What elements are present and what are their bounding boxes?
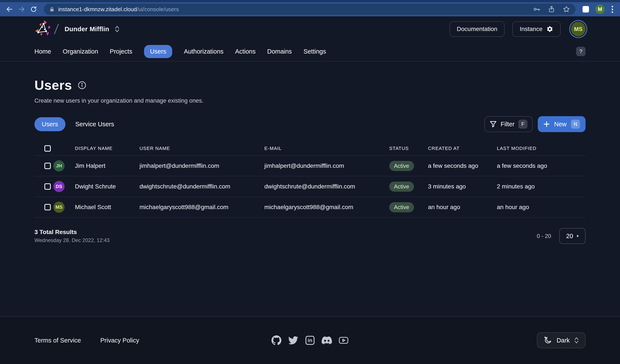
breadcrumb-slash	[54, 24, 59, 34]
moon-icon	[543, 336, 552, 345]
status-badge: Active	[389, 202, 414, 212]
github-icon[interactable]	[271, 335, 281, 346]
results-timestamp: Wednesday 28. Dec 2022, 12:43	[34, 237, 109, 243]
tab-users[interactable]: Users	[34, 117, 65, 131]
page-title: Users	[34, 77, 72, 93]
org-switcher[interactable]: Dunder Mifflin	[64, 25, 120, 33]
status-badge: Active	[389, 161, 414, 171]
nav-item-domains[interactable]: Domains	[267, 48, 292, 55]
linkedin-icon[interactable]: in	[305, 335, 315, 346]
url-text: instance1-dkmnzw.zitadel.cloud/ui/consol…	[58, 6, 529, 13]
email: dwightschrute@dundermifflin.com	[263, 183, 388, 190]
nav-item-organization[interactable]: Organization	[63, 48, 98, 55]
privacy-link[interactable]: Privacy Policy	[100, 337, 139, 344]
filter-funnel-icon	[490, 121, 497, 128]
table-header-row: DISPLAY NAME USER NAME E-MAIL STATUS CRE…	[34, 142, 586, 156]
org-name: Dunder Mifflin	[64, 25, 109, 33]
created-at: 3 minutes ago	[426, 183, 495, 190]
nav-item-users[interactable]: Users	[144, 45, 172, 58]
social-links: in	[271, 335, 349, 346]
col-status: STATUS	[388, 146, 426, 151]
new-shortcut-badge: N	[571, 120, 580, 129]
filter-button[interactable]: Filter F	[484, 116, 533, 132]
last-modified: a few seconds ago	[495, 162, 586, 169]
zitadel-logo[interactable]	[34, 20, 53, 39]
paginator: 0 - 20 20 ▾	[537, 228, 586, 244]
user-name: jimhalpert@dundermifflin.com	[138, 162, 263, 169]
help-button[interactable]: ?	[576, 47, 586, 56]
user-avatar[interactable]: MS	[571, 22, 586, 36]
browser-toolbar: instance1-dkmnzw.zitadel.cloud/ui/consol…	[0, 2, 620, 16]
org-switch-chevrons-icon	[115, 25, 120, 33]
table-row[interactable]: DS Dwight Schrute dwightschrute@dundermi…	[34, 176, 586, 197]
back-icon[interactable]	[4, 4, 15, 15]
table-row[interactable]: MS Michael Scott michaelgaryscott988@gma…	[34, 197, 586, 218]
table-row[interactable]: JH Jim Halpert jimhalpert@dundermifflin.…	[34, 156, 586, 176]
row-checkbox[interactable]	[44, 204, 51, 210]
nav-item-projects[interactable]: Projects	[110, 48, 132, 55]
url-bar[interactable]: instance1-dkmnzw.zitadel.cloud/ui/consol…	[44, 4, 575, 15]
documentation-button[interactable]: Documentation	[450, 21, 505, 37]
nav-item-actions[interactable]: Actions	[235, 48, 256, 55]
col-last-modified: LAST MODIFIED	[495, 146, 586, 151]
row-checkbox[interactable]	[44, 183, 51, 190]
avatar: MS	[53, 202, 64, 213]
col-email: E-MAIL	[263, 146, 388, 151]
email: jimhalpert@dundermifflin.com	[263, 162, 388, 169]
col-display-name: DISPLAY NAME	[73, 146, 138, 151]
last-modified: an hour ago	[495, 204, 586, 211]
forward-icon[interactable]	[16, 4, 27, 15]
created-at: a few seconds ago	[426, 162, 495, 169]
user-name: dwightschrute@dundermifflin.com	[138, 183, 263, 190]
users-table: DISPLAY NAME USER NAME E-MAIL STATUS CRE…	[34, 142, 586, 218]
select-all-checkbox[interactable]	[44, 145, 51, 152]
tab-service-users[interactable]: Service Users	[75, 121, 114, 128]
browser-menu-icon[interactable]	[609, 6, 616, 13]
display-name: Michael Scott	[73, 204, 138, 211]
theme-toggle[interactable]: Dark	[537, 332, 586, 348]
url-path: /ui/console/users	[137, 6, 179, 13]
plus-icon	[543, 121, 550, 127]
info-icon[interactable]	[78, 81, 86, 89]
gear-icon	[546, 26, 553, 32]
status-badge: Active	[389, 182, 414, 192]
reload-icon[interactable]	[29, 4, 39, 15]
browser-tabstrip	[0, 0, 620, 2]
nav-item-authorizations[interactable]: Authorizations	[184, 48, 223, 55]
discord-icon[interactable]	[322, 335, 332, 346]
terms-link[interactable]: Terms of Service	[34, 337, 81, 344]
col-created-at: CREATED AT	[426, 146, 495, 151]
instance-button[interactable]: Instance	[512, 21, 560, 37]
twitter-icon[interactable]	[288, 335, 298, 346]
row-checkbox[interactable]	[44, 163, 51, 169]
app-header: Dunder Mifflin Documentation Instance MS…	[0, 16, 620, 61]
col-user-name: USER NAME	[138, 146, 263, 151]
theme-chevrons-icon	[574, 337, 579, 344]
last-modified: 2 minutes ago	[495, 183, 586, 190]
main-nav: Home Organization Projects Users Authori…	[0, 42, 620, 61]
total-results: 3 Total Results	[34, 229, 109, 236]
side-panel-icon[interactable]	[581, 4, 591, 15]
password-key-icon[interactable]	[533, 5, 541, 13]
created-at: an hour ago	[426, 204, 495, 211]
display-name: Jim Halpert	[73, 162, 138, 169]
share-icon[interactable]	[548, 5, 555, 13]
page-size-select[interactable]: 20 ▾	[559, 228, 586, 244]
new-button[interactable]: New N	[538, 116, 586, 132]
youtube-icon[interactable]	[339, 335, 349, 346]
footer: Terms of Service Privacy Policy in	[0, 316, 620, 364]
lock-icon	[49, 6, 55, 12]
nav-item-settings[interactable]: Settings	[304, 48, 326, 55]
nav-item-home[interactable]: Home	[34, 48, 51, 55]
page-subtitle: Create new users in your organization an…	[34, 97, 586, 104]
caret-down-icon: ▾	[576, 233, 579, 239]
bookmark-star-icon[interactable]	[562, 5, 570, 13]
screen: instance1-dkmnzw.zitadel.cloud/ui/consol…	[0, 0, 620, 364]
avatar: DS	[53, 181, 64, 192]
display-name: Dwight Schrute	[73, 183, 138, 190]
browser-profile-avatar[interactable]: M	[595, 4, 605, 14]
url-host: instance1-dkmnzw.zitadel.cloud	[58, 6, 137, 13]
avatar: JH	[53, 160, 64, 171]
user-name: michaelgaryscott988@gmail.com	[138, 204, 263, 211]
email: michaelgaryscott988@gmail.com	[263, 204, 388, 211]
